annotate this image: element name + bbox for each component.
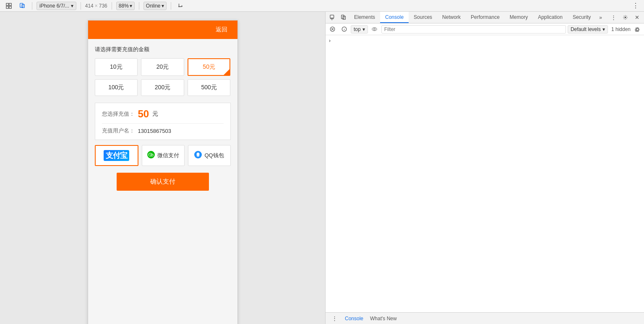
amount-btn-50[interactable]: 50元 [188, 58, 231, 76]
console-content: › [326, 35, 644, 312]
bottom-dots-btn[interactable]: ⋮ [329, 313, 340, 324]
bottom-tab-console[interactable]: Console [343, 315, 365, 322]
amount-value: 50 [138, 108, 149, 120]
amount-btn-10[interactable]: 10元 [95, 58, 138, 76]
top-toolbar: iPhone 6/7/... ▾ 414 × 736 88% ▾ Online … [0, 0, 644, 12]
svg-point-24 [624, 16, 626, 18]
devtools-inspect-btn[interactable] [327, 12, 338, 23]
qq-btn[interactable]: QQ钱包 [188, 145, 231, 166]
toolbar-separator-2 [81, 2, 81, 10]
amount-label: 您选择充值： [102, 110, 135, 118]
levels-selector[interactable]: Default levels ▾ [568, 25, 608, 34]
eye-btn[interactable] [370, 24, 380, 34]
filter-input[interactable] [381, 25, 566, 34]
toolbar-separator-5 [171, 2, 171, 10]
tab-network[interactable]: Network [437, 12, 466, 23]
device-dropdown-icon: ▾ [71, 3, 73, 9]
devtools-bottom-bar: ⋮ Console What's New [326, 312, 644, 324]
more-tabs-btn[interactable]: » [596, 12, 605, 23]
console-prompt-row: › [326, 37, 644, 44]
device-mode-btn[interactable] [17, 0, 28, 11]
more-options-btn[interactable]: ⋮ [631, 1, 641, 11]
svg-rect-1 [9, 3, 11, 5]
svg-rect-19 [330, 15, 334, 18]
console-chevron[interactable]: › [329, 38, 331, 44]
clear-console-btn[interactable] [327, 24, 337, 34]
svg-rect-18 [199, 156, 200, 156]
tab-memory[interactable]: Memory [505, 12, 533, 23]
dimension-display: 414 × 736 [85, 3, 107, 9]
tab-security[interactable]: Security [568, 12, 596, 23]
amount-info-box: 您选择充值： 50 元 充值用户名： 13015867503 [95, 103, 231, 140]
device-name: iPhone 6/7/... [39, 3, 69, 9]
tab-console[interactable]: Console [380, 12, 409, 23]
toolbar-separator [32, 2, 32, 10]
zoom-value: 88% [119, 3, 129, 9]
tab-performance[interactable]: Performance [466, 12, 505, 23]
phone-frame: 返回 请选择需要充值的金额 10元 20元 50元 100元 200元 500元 [88, 20, 238, 324]
amount-btn-200[interactable]: 200元 [141, 79, 184, 96]
levels-label: Default levels [571, 26, 601, 32]
svg-point-6 [178, 6, 180, 7]
tab-sources[interactable]: Sources [409, 12, 437, 23]
show-message-types-btn[interactable] [339, 24, 349, 34]
toolbar-separator-3 [112, 2, 112, 10]
svg-point-9 [149, 154, 150, 155]
phone-footer [88, 206, 237, 324]
phone-header: 返回 [88, 21, 237, 39]
console-settings-btn[interactable] [632, 24, 642, 34]
context-selector[interactable]: top ▾ [351, 25, 368, 34]
svg-rect-3 [9, 6, 11, 8]
amount-unit: 元 [152, 110, 158, 118]
rotate-btn[interactable] [175, 1, 185, 11]
devtools-device-btn[interactable] [338, 12, 349, 23]
hidden-count: 1 hidden [611, 26, 631, 32]
context-dropdown-icon: ▾ [362, 26, 365, 32]
devtools-settings-btn[interactable] [620, 12, 631, 23]
inspect-mode-btn[interactable] [3, 0, 14, 11]
tab-application[interactable]: Application [533, 12, 568, 23]
device-selector[interactable]: iPhone 6/7/... ▾ [37, 2, 76, 10]
confirm-payment-btn[interactable]: 确认支付 [117, 173, 209, 191]
bottom-tab-whats-new[interactable]: What's New [368, 315, 399, 322]
console-toolbar: top ▾ Default levels ▾ 1 hidden [326, 23, 644, 35]
wechat-icon [147, 151, 155, 160]
svg-rect-2 [6, 6, 8, 8]
svg-point-16 [197, 156, 199, 157]
wechat-btn[interactable]: 微信支付 [142, 145, 185, 166]
username-value: 13015867503 [138, 128, 172, 134]
network-selector[interactable]: Online ▾ [143, 2, 167, 10]
simulator-panel: 返回 请选择需要充值的金额 10元 20元 50元 100元 200元 500元 [0, 12, 325, 324]
dots-icon: ⋮ [632, 2, 639, 10]
main-area: 返回 请选择需要充值的金额 10元 20元 50元 100元 200元 500元 [0, 12, 644, 324]
toolbar-separator-4 [139, 2, 139, 10]
back-button[interactable]: 返回 [212, 24, 231, 35]
svg-point-32 [374, 28, 375, 30]
height-value: 736 [99, 3, 107, 9]
username-label: 充值用户名： [102, 127, 135, 135]
divider [102, 123, 224, 124]
levels-dropdown-icon: ▾ [602, 26, 605, 32]
svg-rect-4 [20, 3, 23, 7]
devtools-panel: Elements Console Sources Network Perform… [325, 12, 644, 324]
wechat-label: 微信支付 [157, 152, 179, 159]
alipay-btn[interactable]: 支付宝 [95, 145, 138, 166]
context-value: top [354, 26, 361, 32]
amount-btn-500[interactable]: 500元 [188, 79, 231, 96]
network-dropdown-icon: ▾ [162, 3, 164, 9]
svg-point-13 [152, 155, 152, 155]
zoom-dropdown-icon: ▾ [130, 3, 132, 9]
devtools-close-btn[interactable]: ✕ [631, 12, 642, 23]
phone-body: 请选择需要充值的金额 10元 20元 50元 100元 200元 500元 您选… [88, 39, 237, 206]
svg-rect-17 [196, 156, 197, 156]
width-value: 414 [85, 3, 94, 9]
devtools-more-btn[interactable]: ⋮ [608, 12, 619, 23]
alipay-icon: 支付宝 [104, 150, 129, 161]
amount-btn-20[interactable]: 20元 [141, 58, 184, 76]
x-sign: × [95, 3, 98, 9]
svg-point-31 [372, 28, 377, 31]
amount-btn-100[interactable]: 100元 [95, 79, 138, 96]
zoom-selector[interactable]: 88% ▾ [116, 2, 135, 10]
tab-elements[interactable]: Elements [349, 12, 380, 23]
svg-point-12 [151, 155, 151, 155]
